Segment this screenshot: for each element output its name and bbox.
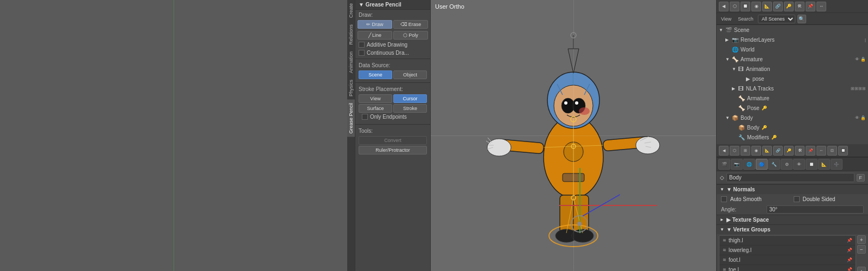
sidebar-tabs: Create Relations Animation Physics Greas…: [347, 0, 355, 271]
sidebar-tab-relations[interactable]: Relations: [347, 21, 355, 48]
tree-item-modifiers[interactable]: 🔧 Modifiers 🔑: [717, 132, 868, 142]
toolbar2-icon-3[interactable]: ⊞: [741, 146, 750, 156]
toolbar-icon-5[interactable]: 📐: [762, 2, 772, 11]
sidebar-tab-grease[interactable]: Grease Pencil: [347, 100, 355, 137]
tree-item-armature2[interactable]: 🦴 Armature: [717, 93, 868, 103]
armature-vis-icons: 👁 🔒: [855, 57, 866, 62]
normals-label: ▼ Normals: [726, 186, 755, 192]
toolbar2-icon-6[interactable]: 🔗: [773, 146, 783, 156]
toolbar-icon-7[interactable]: 🔑: [784, 2, 794, 11]
erase-button[interactable]: ⌫ Erase: [393, 20, 428, 29]
vertex-groups-header[interactable]: ▼ ▼ Vertex Groups: [717, 224, 868, 234]
svg-point-45: [577, 222, 582, 226]
left-panel: [0, 0, 347, 271]
vg-remove-button[interactable]: −: [857, 245, 866, 254]
tree-item-nla[interactable]: ▶ 🎞 NLA Tracks ⊞⊞⊞⊞: [717, 83, 868, 93]
toolbar-icon-3[interactable]: 🔲: [741, 2, 750, 11]
angle-value[interactable]: 30°: [767, 205, 864, 214]
tree-item-renderlayers[interactable]: ▶ 📷 RenderLayers |: [717, 35, 868, 44]
tree-item-animation[interactable]: ▼ 🎞 Animation: [717, 64, 868, 74]
vg-item-lowerleg-l[interactable]: ≋ lowerleg.l 📌: [719, 246, 856, 255]
toolbar2-icon-12[interactable]: 🔲: [838, 146, 848, 156]
viewport[interactable]: User Ortho: [431, 0, 716, 271]
toolbar-icon-8[interactable]: 🛠: [795, 2, 805, 11]
convert-button[interactable]: Convert: [359, 136, 427, 145]
only-endpoints-checkbox[interactable]: [362, 114, 368, 120]
toolbar2-icon-11[interactable]: ⊡: [827, 146, 837, 156]
search-menu-button[interactable]: Search: [736, 16, 756, 22]
toolbar2-icon-2[interactable]: ⬡: [730, 146, 739, 156]
only-endpoints-label: Only Endpoints: [370, 114, 407, 120]
tree-item-pose2[interactable]: 🦴 Pose 🔑: [717, 103, 868, 113]
props-tab-particles[interactable]: 👁: [793, 159, 805, 170]
toolbar2-icon-7[interactable]: 🔑: [784, 146, 794, 156]
sidebar-tab-physics[interactable]: Physics: [347, 76, 355, 100]
poly-button[interactable]: ⬡ Poly: [393, 31, 428, 40]
continuous-drawing-checkbox[interactable]: [359, 50, 365, 56]
data-source-section: Data Source: Scene Object: [355, 61, 430, 81]
line-button[interactable]: ╱ Line: [358, 31, 392, 40]
toolbar2-icon-4[interactable]: ◉: [751, 146, 761, 156]
svg-point-19: [564, 101, 567, 105]
props-tab-data[interactable]: ➕: [831, 159, 843, 170]
view-menu-button[interactable]: View: [719, 16, 733, 22]
cursor-button[interactable]: Cursor: [393, 94, 427, 103]
toolbar2-icon-1[interactable]: ◀: [719, 146, 729, 156]
draw-button[interactable]: ✏ Draw: [358, 20, 392, 29]
toolbar2-icon-10[interactable]: ↔: [816, 146, 826, 156]
object-name-input[interactable]: [726, 173, 854, 182]
additive-drawing-checkbox[interactable]: [359, 42, 365, 48]
stroke-button[interactable]: Stroke: [393, 104, 427, 113]
scene-button[interactable]: Scene: [359, 70, 392, 79]
auto-smooth-checkbox[interactable]: [721, 196, 727, 202]
fake-user-button[interactable]: F: [857, 174, 865, 182]
divider-1: [355, 59, 430, 59]
tree-item-body2[interactable]: 📦 Body 🔑: [717, 122, 868, 132]
toolbar-icon-10[interactable]: ↔: [816, 2, 826, 11]
tree-item-body[interactable]: ▼ 📦 Body 👁 🔒: [717, 113, 868, 122]
props-tab-physics[interactable]: 🔲: [806, 159, 818, 170]
double-sided-checkbox[interactable]: [794, 196, 800, 202]
toolbar2-icon-9[interactable]: 📌: [806, 146, 815, 156]
vg-item-foot-l[interactable]: ≋ foot.l 📌: [719, 255, 856, 265]
toolbar2-icon-8[interactable]: 🛠: [795, 146, 805, 156]
placement-row-1: View Cursor: [359, 94, 427, 103]
toolbar-icon-2[interactable]: ⬡: [730, 2, 739, 11]
outliner-search-icon[interactable]: 🔍: [797, 15, 806, 23]
props-tab-object[interactable]: 🔵: [756, 159, 768, 170]
props-tab-render[interactable]: 🎬: [718, 159, 730, 170]
tree-item-world[interactable]: 🌐 World: [717, 44, 868, 54]
tree-item-scene[interactable]: ▼ 🎬 Scene: [717, 25, 868, 35]
texture-space-header[interactable]: ▼ ▶ Texture Space: [717, 215, 868, 224]
props-tab-scene[interactable]: 📷: [731, 159, 743, 170]
vg-label-toe-l: toe.l: [729, 267, 739, 271]
tree-item-armature[interactable]: ▼ 🦴 Armature 👁 🔒: [717, 54, 868, 64]
props-tab-modifiers[interactable]: ⚙: [781, 159, 793, 170]
vg-item-toe-l[interactable]: ≋ toe.l 📌: [719, 265, 856, 271]
toolbar-icon-4[interactable]: ◉: [751, 2, 761, 11]
additive-drawing-label: Additive Drawing: [367, 42, 407, 48]
transform-gizmo[interactable]: [566, 210, 593, 238]
sidebar-tab-animation[interactable]: Animation: [347, 48, 355, 76]
vg-scroll-up-button[interactable]: ▲: [857, 267, 866, 271]
vg-item-thigh-l[interactable]: ≋ thigh.l 📌: [719, 236, 856, 246]
scene-dropdown[interactable]: All Scenes: [758, 15, 795, 23]
props-tab-constraints[interactable]: 🔧: [768, 159, 780, 170]
tree-item-pose[interactable]: ▶ pose: [717, 74, 868, 83]
surface-button[interactable]: Surface: [359, 104, 392, 113]
vg-label-foot-l: foot.l: [729, 257, 741, 263]
props-tab-world[interactable]: 🌐: [743, 159, 755, 170]
ruler-button[interactable]: Ruler/Protractor: [359, 146, 427, 154]
vg-add-button[interactable]: +: [857, 235, 866, 244]
toolbar-icon-1[interactable]: ◀: [719, 2, 729, 11]
continuous-drawing-label: Continuous Dra...: [367, 50, 409, 56]
view-button[interactable]: View: [359, 94, 392, 103]
tree-label-animation: Animation: [746, 66, 770, 72]
sidebar-tab-create[interactable]: Create: [347, 0, 355, 21]
props-tab-material[interactable]: 📐: [818, 159, 830, 170]
object-button[interactable]: Object: [393, 70, 427, 79]
normals-section-header[interactable]: ▼ ▼ Normals: [717, 184, 868, 194]
toolbar-icon-9[interactable]: 📌: [806, 2, 815, 11]
toolbar-icon-6[interactable]: 🔗: [773, 2, 783, 11]
toolbar2-icon-5[interactable]: 📐: [762, 146, 772, 156]
